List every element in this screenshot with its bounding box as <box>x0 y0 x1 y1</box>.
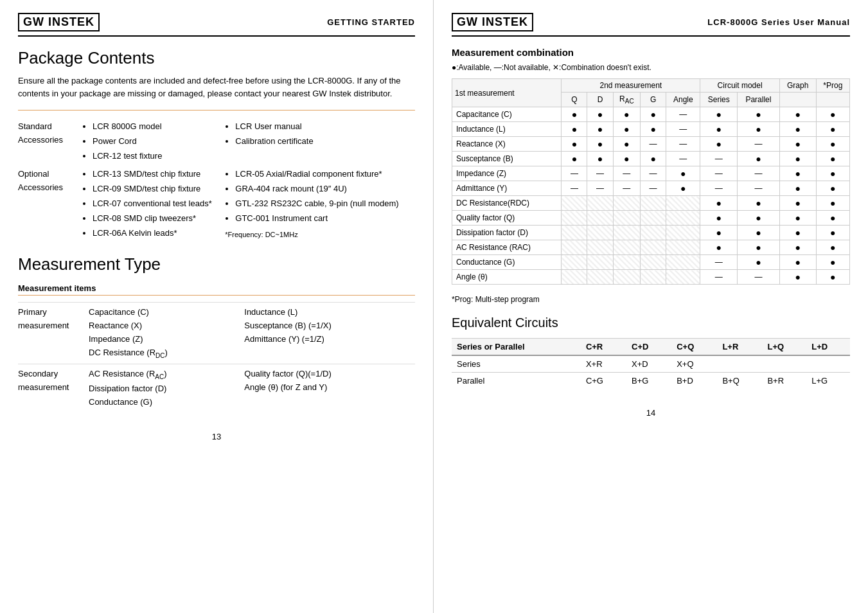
comb-cell: — <box>700 152 738 166</box>
col-q: Q <box>562 93 587 107</box>
comb-cell <box>666 211 700 226</box>
comb-cell <box>587 240 613 255</box>
standard-item-2: Power Cord <box>93 135 221 148</box>
comb-cell: ● <box>613 122 640 137</box>
comb-cell <box>613 196 640 211</box>
measurement-type-section: Measurement Type Measurement items Prima… <box>18 254 415 412</box>
comb-cell <box>666 270 700 285</box>
measurement-items-table: Primarymeasurement Capacitance (C) React… <box>18 302 415 412</box>
comb-cell <box>562 270 587 285</box>
comb-row: Angle (θ)——●● <box>452 270 850 285</box>
secondary-label: Secondarymeasurement <box>18 364 89 413</box>
accessories-table: StandardAccessories LCR 8000G model Powe… <box>18 118 415 243</box>
comb-col-prog: *Prog <box>816 79 849 93</box>
comb-cell <box>666 226 700 240</box>
comb-cell: ● <box>738 196 780 211</box>
eq-row-label: Series <box>452 355 581 373</box>
eq-col-cd: C+D <box>626 339 671 356</box>
comb-cell: — <box>562 181 587 196</box>
optional-item-4: LCR-08 SMD clip tweezers* <box>93 212 221 226</box>
eq-cell <box>806 355 850 373</box>
comb-cell: ● <box>641 122 666 137</box>
comb-cell: ● <box>779 240 816 255</box>
comb-row: Susceptance (B)●●●●——●●● <box>452 152 850 166</box>
comb-cell <box>613 255 640 270</box>
comb-row-label: Angle (θ) <box>452 270 562 285</box>
comb-cell: ● <box>779 255 816 270</box>
eq-cell: B+D <box>671 373 717 389</box>
comb-cell <box>587 255 613 270</box>
col-series: Series <box>700 93 738 107</box>
comb-cell <box>562 255 587 270</box>
eq-cell: B+G <box>626 373 671 389</box>
comb-cell: ● <box>779 152 816 166</box>
comb-cell: ● <box>779 166 816 181</box>
comb-cell: ● <box>738 211 780 226</box>
comb-row: Reactance (X)●●●——●—●● <box>452 137 850 152</box>
comb-row: Inductance (L)●●●●—●●●● <box>452 122 850 137</box>
comb-cell <box>562 211 587 226</box>
col-d: D <box>587 93 613 107</box>
comb-row-label: Impedance (Z) <box>452 166 562 181</box>
comb-cell: ● <box>700 211 738 226</box>
comb-row-label: Reactance (X) <box>452 137 562 152</box>
right-header: GW INSTEK LCR-8000G Series User Manual <box>452 13 850 37</box>
comb-row-label: DC Resistance(RDC) <box>452 196 562 211</box>
comb-cell <box>641 270 666 285</box>
divider1 <box>18 110 415 111</box>
eq-col-cq: C+Q <box>671 339 717 356</box>
eq-circuits-title: Equivalent Circuits <box>452 315 850 330</box>
comb-cell: ● <box>816 181 849 196</box>
optional-item-7: GRA-404 rack mount (19″ 4U) <box>235 182 411 196</box>
comb-cell: ● <box>738 255 780 270</box>
standard-label: StandardAccessories <box>18 118 82 166</box>
comb-cell: ● <box>816 122 849 137</box>
comb-cell: ● <box>779 107 816 122</box>
comb-row: AC Resistance (RAC)●●●● <box>452 240 850 255</box>
eq-cell: B+R <box>762 373 806 389</box>
comb-cell: ● <box>816 226 849 240</box>
optional-col1: LCR-13 SMD/test chip fixture LCR-09 SMD/… <box>82 166 225 243</box>
comb-cell <box>587 196 613 211</box>
comb-cell <box>666 196 700 211</box>
comb-row-label: AC Resistance (RAC) <box>452 240 562 255</box>
measurement-combination-section: Measurement combination ●:Available, —:N… <box>452 47 850 304</box>
comb-cell: ● <box>666 166 700 181</box>
eq-col-ld: L+D <box>806 339 850 356</box>
eq-cell: L+G <box>806 373 850 389</box>
comb-cell: ● <box>562 137 587 152</box>
right-brand-logo: GW INSTEK <box>452 13 533 31</box>
secondary-col2: Quality factor (Q)(=1/D) Angle (θ) (for … <box>244 364 415 413</box>
eq-row-label: Parallel <box>452 373 581 389</box>
comb-cell: — <box>666 152 700 166</box>
standard-item-3: LCR-12 test fixture <box>93 150 221 163</box>
eq-cell <box>717 355 762 373</box>
comb-cell: ● <box>779 122 816 137</box>
comb-header-row1: 1st measurement 2nd measurement Circuit … <box>452 79 850 93</box>
comb-cell: ● <box>562 122 587 137</box>
comb-cell <box>587 226 613 240</box>
comb-cell: ● <box>816 196 849 211</box>
comb-cell: ● <box>666 181 700 196</box>
standard-accessories-row: StandardAccessories LCR 8000G model Powe… <box>18 118 415 166</box>
right-page-number: 14 <box>452 408 850 418</box>
comb-cell: — <box>700 181 738 196</box>
left-header: GW INSTEK GETTING STARTED <box>18 13 415 37</box>
comb-cell: ● <box>587 152 613 166</box>
secondary-measurement-row: Secondarymeasurement AC Resistance (RAC)… <box>18 364 415 413</box>
comb-row-label: Capacitance (C) <box>452 107 562 122</box>
eq-cell: X+D <box>626 355 671 373</box>
right-page: GW INSTEK LCR-8000G Series User Manual M… <box>434 0 868 613</box>
primary-col2: Inductance (L) Susceptance (B) (=1/X) Ad… <box>244 303 415 364</box>
comb-row: Quality factor (Q)●●●● <box>452 211 850 226</box>
comb-row-label: Conductance (G) <box>452 255 562 270</box>
comb-cell <box>641 226 666 240</box>
eq-row: SeriesX+RX+DX+Q <box>452 355 850 373</box>
comb-cell: ● <box>700 137 738 152</box>
left-page-number: 13 <box>18 432 415 441</box>
comb-cell: ● <box>738 226 780 240</box>
package-contents-title: Package Contents <box>18 48 415 68</box>
comb-cell: ● <box>587 122 613 137</box>
eq-row: ParallelC+GB+GB+DB+QB+RL+G <box>452 373 850 389</box>
comb-cell: ● <box>779 270 816 285</box>
